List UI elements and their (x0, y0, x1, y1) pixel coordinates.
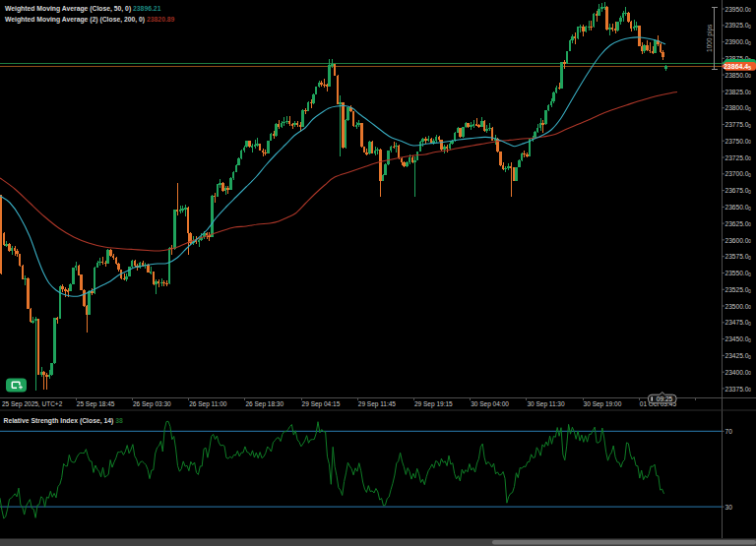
svg-text:23850.00: 23850.00 (725, 72, 752, 80)
svg-text:Weighted Moving Average (Close: Weighted Moving Average (Close, 50, 0) 2… (5, 5, 161, 13)
svg-text:29 Sep 11:45: 29 Sep 11:45 (358, 400, 397, 408)
svg-text:70: 70 (725, 428, 733, 435)
svg-text:30 Sep 11:30: 30 Sep 11:30 (527, 400, 565, 408)
svg-text:26 Sep 18:30: 26 Sep 18:30 (245, 400, 284, 408)
svg-text:23750.00: 23750.00 (725, 138, 752, 146)
svg-text:25 Sep 2025, UTC+2: 25 Sep 2025, UTC+2 (2, 400, 63, 408)
svg-text:23550.00: 23550.00 (725, 270, 752, 277)
svg-text:23950.00: 23950.00 (725, 6, 752, 14)
svg-text:23375.00: 23375.00 (725, 386, 752, 394)
svg-text:23575.00: 23575.00 (725, 253, 752, 261)
svg-text:23800.00: 23800.00 (725, 104, 752, 112)
svg-text:23864.45: 23864.45 (724, 63, 751, 71)
svg-text:23425.00: 23425.00 (725, 352, 752, 360)
svg-text:23450.00: 23450.00 (725, 335, 752, 343)
svg-text:23775.00: 23775.00 (725, 121, 752, 129)
svg-text:25 Sep 18:45: 25 Sep 18:45 (77, 400, 115, 408)
svg-text:23475.00: 23475.00 (725, 319, 752, 327)
svg-text:23650.00: 23650.00 (725, 204, 752, 212)
svg-text:23825.00: 23825.00 (725, 89, 752, 96)
svg-text:23900.00: 23900.00 (725, 38, 752, 46)
svg-text:30: 30 (725, 504, 733, 511)
svg-text:30 Sep 19:00: 30 Sep 19:00 (584, 400, 622, 408)
svg-text:23925.00: 23925.00 (725, 22, 752, 30)
svg-text:23625.00: 23625.00 (725, 220, 752, 228)
svg-text:23725.00: 23725.00 (725, 154, 752, 162)
svg-text:23525.00: 23525.00 (725, 286, 752, 294)
svg-text:23400.00: 23400.00 (725, 369, 752, 377)
svg-text:09:25: 09:25 (657, 395, 673, 402)
svg-text:23700.00: 23700.00 (725, 170, 752, 178)
svg-text:Weighted Moving Average (2) (C: Weighted Moving Average (2) (Close, 200,… (5, 16, 175, 24)
svg-text:23600.00: 23600.00 (725, 237, 752, 245)
svg-text:29 Sep 04:15: 29 Sep 04:15 (302, 400, 341, 408)
svg-text:23675.00: 23675.00 (725, 187, 752, 195)
svg-text:29 Sep 19:15: 29 Sep 19:15 (414, 400, 453, 408)
svg-text:30 Sep 04:00: 30 Sep 04:00 (471, 400, 509, 408)
svg-text:26 Sep 11:00: 26 Sep 11:00 (189, 400, 227, 408)
svg-text:26 Sep 03:30: 26 Sep 03:30 (133, 400, 171, 408)
svg-text:23500.00: 23500.00 (725, 303, 752, 311)
svg-text:1000 pips: 1000 pips (706, 24, 714, 52)
svg-text:Relative Strength Index (Close: Relative Strength Index (Close, 14) 38 (4, 417, 123, 425)
